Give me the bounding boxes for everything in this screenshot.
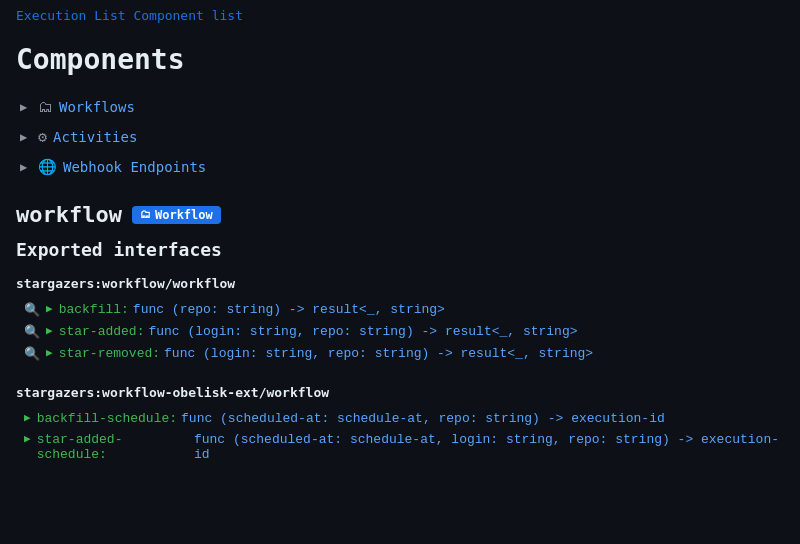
chevron-right-icon-2: ▶ xyxy=(20,130,32,144)
func-sig-star-removed: func (login: string, repo: string) -> re… xyxy=(164,346,593,361)
func-name-backfill: backfill: xyxy=(59,302,129,317)
chevron-right-icon: ▶ xyxy=(20,100,32,114)
breadcrumb: Execution List Component list xyxy=(0,0,800,31)
workflows-icon: 🗂 xyxy=(38,98,53,116)
play-icon-1: ▶ xyxy=(46,302,53,315)
namespace-block-1: stargazers:workflow/workflow 🔍 ▶ backfil… xyxy=(0,272,800,381)
workflow-section-header: workflow 🗂 Workflow xyxy=(0,182,800,235)
exported-interfaces-title: Exported interfaces xyxy=(0,235,800,272)
func-name-star-added-schedule: star-added-schedule: xyxy=(37,432,190,462)
namespace-block-2: stargazers:workflow-obelisk-ext/workflow… xyxy=(0,381,800,481)
func-item-backfill[interactable]: 🔍 ▶ backfill: func (repo: string) -> res… xyxy=(16,299,784,321)
play-icon-5: ▶ xyxy=(24,432,31,445)
nav-item-workflows[interactable]: ▶ 🗂 Workflows xyxy=(16,92,784,122)
func-item-star-added-schedule[interactable]: ▶ star-added-schedule: func (scheduled-a… xyxy=(16,429,784,465)
page-title: Components xyxy=(0,31,800,92)
workflow-badge[interactable]: 🗂 Workflow xyxy=(132,206,221,224)
func-name-star-added: star-added: xyxy=(59,324,145,339)
activities-icon: ⚙ xyxy=(38,128,47,146)
func-item-backfill-schedule[interactable]: ▶ backfill-schedule: func (scheduled-at:… xyxy=(16,408,784,429)
search-icon-2: 🔍 xyxy=(24,324,40,340)
nav-tree: ▶ 🗂 Workflows ▶ ⚙ Activities ▶ 🌐 Webhook… xyxy=(0,92,800,182)
search-icon-1: 🔍 xyxy=(24,302,40,318)
play-icon-4: ▶ xyxy=(24,411,31,424)
func-item-star-removed[interactable]: 🔍 ▶ star-removed: func (login: string, r… xyxy=(16,343,784,365)
func-item-star-added[interactable]: 🔍 ▶ star-added: func (login: string, rep… xyxy=(16,321,784,343)
play-icon-2: ▶ xyxy=(46,324,53,337)
workflow-section-title: workflow xyxy=(16,202,122,227)
namespace-label-2: stargazers:workflow-obelisk-ext/workflow xyxy=(16,381,784,408)
breadcrumb-text[interactable]: Execution List Component list xyxy=(16,8,243,23)
func-sig-backfill-schedule: func (scheduled-at: schedule-at, repo: s… xyxy=(181,411,665,426)
nav-label-workflows: Workflows xyxy=(59,99,135,115)
func-sig-star-added: func (login: string, repo: string) -> re… xyxy=(148,324,577,339)
webhook-icon: 🌐 xyxy=(38,158,57,176)
badge-icon: 🗂 xyxy=(140,208,151,221)
nav-label-activities: Activities xyxy=(53,129,137,145)
nav-item-webhook-endpoints[interactable]: ▶ 🌐 Webhook Endpoints xyxy=(16,152,784,182)
func-name-star-removed: star-removed: xyxy=(59,346,160,361)
nav-label-webhook: Webhook Endpoints xyxy=(63,159,206,175)
search-icon-3: 🔍 xyxy=(24,346,40,362)
func-sig-backfill: func (repo: string) -> result<_, string> xyxy=(133,302,445,317)
nav-item-activities[interactable]: ▶ ⚙ Activities xyxy=(16,122,784,152)
badge-label: Workflow xyxy=(155,208,213,222)
func-name-backfill-schedule: backfill-schedule: xyxy=(37,411,177,426)
play-icon-3: ▶ xyxy=(46,346,53,359)
chevron-right-icon-3: ▶ xyxy=(20,160,32,174)
func-sig-star-added-schedule: func (scheduled-at: schedule-at, login: … xyxy=(194,432,784,462)
namespace-label-1: stargazers:workflow/workflow xyxy=(16,272,784,299)
